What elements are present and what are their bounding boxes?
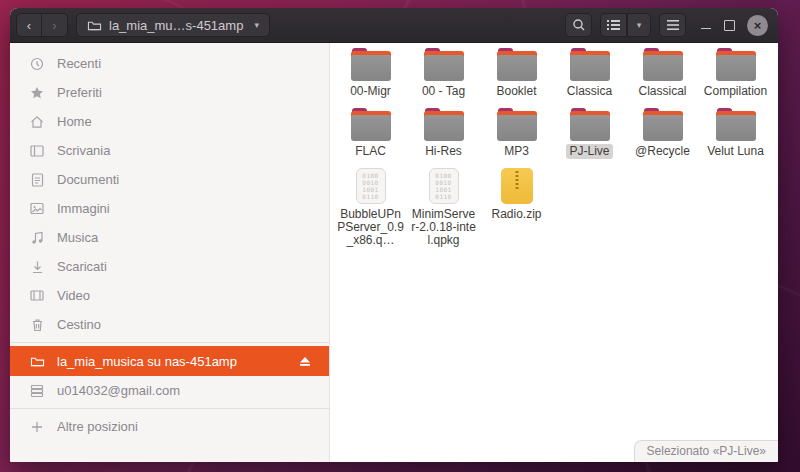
binary-line: 0110: [435, 193, 451, 200]
folder-item[interactable]: Hi-Res: [407, 108, 480, 159]
sidebar-item-scrivania[interactable]: Scrivania: [10, 136, 329, 165]
sidebar-item-documenti[interactable]: Documenti: [10, 165, 329, 194]
view-list-button[interactable]: [600, 13, 627, 37]
back-button[interactable]: ‹: [16, 13, 42, 37]
header-bar: ‹ › la_mia_mu…s-451amp ▾: [10, 8, 778, 43]
folder-icon: [716, 108, 756, 141]
sidebar-item-scaricati[interactable]: Scaricati: [10, 252, 329, 281]
sidebar-item-recenti[interactable]: Recenti: [10, 49, 329, 78]
search-button[interactable]: [565, 13, 592, 37]
folder-item[interactable]: 00 - Tag: [407, 48, 480, 99]
sidebar-item-label: Scrivania: [57, 143, 110, 158]
folder-item-selected[interactable]: PJ-Live: [553, 108, 626, 159]
sidebar-item-nas-mount[interactable]: la_mia_musica su nas-451amp: [10, 346, 329, 376]
network-folder-icon: [29, 355, 45, 368]
sidebar-item-other-locations[interactable]: Altre posizioni: [10, 412, 329, 441]
file-item[interactable]: 0100 0010 1001 0110 MinimServer-2.0.18-i…: [407, 168, 480, 248]
binary-file-icon: 0100 0010 1001 0110: [429, 168, 459, 204]
folder-item[interactable]: Classical: [626, 48, 699, 99]
binary-line: 0010: [362, 179, 378, 186]
document-icon: [29, 173, 45, 187]
sidebar-item-label: Documenti: [57, 172, 119, 187]
sidebar-item-label: u014032@gmail.com: [57, 383, 315, 398]
video-icon: [29, 289, 45, 302]
folder-item[interactable]: Compilation: [699, 48, 772, 99]
sidebar-item-label: Video: [57, 288, 90, 303]
clock-icon: [29, 57, 45, 71]
file-label: Hi-Res: [422, 144, 465, 159]
path-button[interactable]: la_mia_mu…s-451amp ▾: [76, 13, 270, 37]
music-note-icon: [29, 231, 45, 245]
server-stack-icon: [29, 384, 45, 398]
minimize-button[interactable]: [700, 19, 712, 31]
maximize-button[interactable]: [724, 20, 735, 31]
sidebar-item-label: Scaricati: [57, 259, 107, 274]
file-view: 00-Migr 00 - Tag Booklet Classica Classi…: [330, 43, 778, 462]
view-toggle-group: ▾: [600, 13, 651, 37]
binary-line: 1001: [362, 186, 378, 193]
folder-item[interactable]: Booklet: [480, 48, 553, 99]
sidebar-item-label: Cestino: [57, 317, 101, 332]
desktop: { "header": { "back_glyph": "‹", "forwar…: [0, 0, 800, 472]
list-view-icon: [607, 19, 620, 31]
folder-icon: [570, 108, 610, 141]
view-options-button[interactable]: ▾: [627, 13, 651, 37]
sidebar-item-preferiti[interactable]: Preferiti: [10, 78, 329, 107]
folder-item[interactable]: @Recycle: [626, 108, 699, 159]
binary-line: 0100: [362, 172, 378, 179]
path-label: la_mia_mu…s-451amp: [109, 18, 243, 33]
folder-icon: [424, 48, 464, 81]
status-bar: Selezionato «PJ-Live»: [634, 440, 778, 462]
folder-icon: [497, 48, 537, 81]
binary-line: 1001: [435, 186, 451, 193]
file-item[interactable]: Radio.zip: [480, 168, 553, 248]
sidebar-item-cestino[interactable]: Cestino: [10, 310, 329, 339]
file-label: Classica: [564, 84, 615, 99]
binary-line: 0110: [362, 193, 378, 200]
folder-icon: [716, 48, 756, 81]
file-label: FLAC: [352, 144, 389, 159]
folder-icon: [351, 108, 391, 141]
file-label: MP3: [501, 144, 532, 159]
chevron-down-icon: ▾: [254, 20, 259, 30]
image-icon: [29, 202, 45, 215]
eject-button[interactable]: [295, 356, 315, 367]
file-manager-window: ‹ › la_mia_mu…s-451amp ▾: [10, 8, 778, 462]
sidebar-item-video[interactable]: Video: [10, 281, 329, 310]
folder-item[interactable]: 00-Migr: [334, 48, 407, 99]
sidebar-separator: [10, 408, 329, 409]
folder-item[interactable]: Velut Luna: [699, 108, 772, 159]
folder-icon: [643, 108, 683, 141]
main-area: Recenti Preferiti Home: [10, 43, 778, 462]
forward-button[interactable]: ›: [42, 13, 68, 37]
sidebar-item-label: la_mia_musica su nas-451amp: [57, 354, 283, 369]
desktop-icon: [29, 144, 45, 158]
menu-button[interactable]: [659, 13, 686, 37]
file-item[interactable]: 0100 0010 1001 0110 BubbleUPnPServer_0.9…: [334, 168, 407, 248]
home-icon: [29, 115, 45, 129]
folder-item[interactable]: MP3: [480, 108, 553, 159]
window-controls: ×: [700, 15, 768, 36]
sidebar-item-home[interactable]: Home: [10, 107, 329, 136]
sidebar-item-immagini[interactable]: Immagini: [10, 194, 329, 223]
sidebar-item-label: Musica: [57, 230, 98, 245]
sidebar-item-label: Preferiti: [57, 85, 102, 100]
binary-file-icon: 0100 0010 1001 0110: [356, 168, 386, 204]
search-icon: [572, 18, 586, 32]
close-button[interactable]: ×: [747, 15, 768, 36]
sidebar-item-musica[interactable]: Musica: [10, 223, 329, 252]
sidebar: Recenti Preferiti Home: [10, 43, 330, 462]
folder-item[interactable]: Classica: [553, 48, 626, 99]
file-label: Radio.zip: [488, 207, 544, 222]
folder-icon: [570, 48, 610, 81]
sidebar-item-label: Immagini: [57, 201, 110, 216]
binary-line: 0100: [435, 172, 451, 179]
plus-icon: [29, 421, 45, 433]
file-label: PJ-Live: [566, 144, 612, 159]
sidebar-separator: [10, 342, 329, 343]
binary-line: 0010: [435, 179, 451, 186]
sidebar-item-gmail-account[interactable]: u014032@gmail.com: [10, 376, 329, 405]
folder-item[interactable]: FLAC: [334, 108, 407, 159]
folder-icon: [497, 108, 537, 141]
file-label: MinimServer-2.0.18-intel.qpkg: [407, 207, 480, 248]
